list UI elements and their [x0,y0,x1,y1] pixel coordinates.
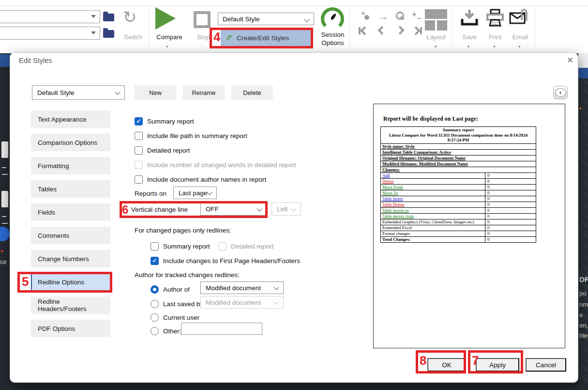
sidebar-item-redline-headers-footers[interactable]: Redline Headers/Footers [31,296,110,314]
chevron-down-icon [291,206,296,211]
last-saved-by-radio[interactable] [151,300,159,308]
document-pane-blue-bar [0,54,10,67]
new-button[interactable]: New [135,85,176,100]
current-user-radio[interactable] [151,313,159,322]
session-options-button[interactable]: Session Options [312,31,353,47]
email-icon[interactable] [509,8,531,28]
sidebar-item-pdf-options[interactable]: PDF Options [31,320,110,337]
annotation-number-5: 5 [22,275,29,288]
include-author-names-row: Include document author names in report [135,174,266,185]
switch-button[interactable]: Switch [118,33,149,41]
background-text-fragment: nm [579,301,588,308]
page-thumbnail [1,191,8,207]
detailed-report-checkbox[interactable] [135,146,143,155]
collapse-preview-button[interactable]: ‹ [553,86,568,99]
preview-header-line: Summary report [382,127,535,133]
preview-info-row: Original filename: Original Document Nam… [381,156,536,161]
cp-first-page-label: Include changes to First Page Headers/Fo… [163,257,300,265]
cp-first-page-checkbox[interactable]: ✓ [151,257,159,265]
save-caret-icon[interactable]: ▾ [467,44,470,49]
cancel-button[interactable]: Cancel [526,358,566,372]
detailed-report-label: Detailed report [147,147,190,154]
style-select-combo[interactable]: Default Style [218,13,314,25]
delete-button[interactable]: Delete [231,85,273,100]
reports-on-combo[interactable]: Last page [173,187,217,199]
vertical-change-line-side-value: Left [277,205,288,213]
sidebar-item-tables[interactable]: Tables [31,180,110,198]
style-select-value: Default Style [223,16,260,23]
dialog-style-combo[interactable]: Default Style [32,85,125,100]
edit-styles-dialog: Edit Styles ✕ Default Style New Rename D… [10,52,578,383]
switch-icon[interactable]: ↻ [123,9,137,25]
author-of-combo[interactable]: Modified document [200,281,284,294]
compare-caret-icon[interactable]: ▾ [166,44,168,49]
sidebar-item-fields[interactable]: Fields [31,203,110,221]
include-author-names-checkbox[interactable] [135,175,143,184]
reports-on-value: Last page [179,189,207,197]
cp-first-page-row: ✓ Include changes to First Page Headers/… [151,255,300,266]
summary-report-row: ✓ Summary report [135,116,194,126]
email-caret-icon[interactable]: ▾ [518,44,521,49]
original-document-combo[interactable] [0,10,100,23]
include-changed-words-checkbox [135,161,143,169]
toolbar-separator [452,7,452,50]
window-edge [578,53,588,68]
cp-detailed-checkbox [218,242,226,250]
sidebar-item-label: Comparison Options [38,139,97,146]
preview-header-line: 8:37:24 PM [382,138,535,143]
other-radio[interactable] [151,327,159,335]
summary-report-checkbox[interactable]: ✓ [135,117,143,125]
current-user-row: Current user [151,312,199,323]
preview-header-line: Litera Compare for Word 11.911 Document … [382,133,535,138]
other-label: Other: [163,328,181,335]
check-icon: ✓ [136,118,141,125]
cp-summary-checkbox[interactable] [151,242,159,250]
last-change-icon [413,27,422,34]
changes-dots-icon [361,12,369,20]
save-icon[interactable] [460,8,479,28]
compare-icon[interactable] [155,7,176,30]
toolbar-separator [349,7,350,50]
changed-pages-heading: For changed pages only redlines: [135,227,231,234]
sidebar-item-label: PDF Options [38,325,75,332]
preview-change-row: Move From0 [381,185,536,190]
annotation-number-4: 4 [213,31,220,43]
sidebar-item-label: Formatting [38,162,69,170]
sidebar-item-formatting[interactable]: Formatting [31,157,110,174]
document-pane-blue-bar [578,68,588,78]
preview-change-row: Embedded Excel0 [381,225,536,231]
print-button[interactable]: Print [484,33,506,41]
author-heading: Author for tracked changes redlines: [135,271,240,279]
session-options-gauge-icon[interactable] [321,7,344,31]
include-changed-words-row: Include number of changed words in detai… [135,159,296,170]
other-author-input[interactable] [181,323,262,335]
close-icon[interactable]: ✕ [565,55,575,66]
preview-info-row: Intelligent Table Comparison: Active [381,150,536,156]
preview-change-row: Format changes0 [381,231,536,237]
browse-original-folder-icon[interactable] [103,14,114,21]
author-of-radio[interactable] [151,285,159,294]
rename-button[interactable]: Rename [183,85,225,100]
background-text-fragment: po [579,290,586,297]
background-text-fragment: en, [579,322,588,329]
print-icon[interactable] [485,8,505,28]
save-button[interactable]: Save [459,33,480,41]
sidebar-item-comparison-options[interactable]: Comparison Options [31,134,110,151]
ribbon-divider [0,6,588,6]
screen: { "icons": { "close": "✕", "pencil": "✎"… [0,0,588,390]
sidebar-item-change-numbers[interactable]: Change Numbers [31,250,110,267]
stop-icon [194,11,211,28]
vertical-change-line-side-combo: Left [271,203,301,216]
last-saved-by-value: Modified document [206,299,261,306]
email-button[interactable]: Email [509,33,532,41]
include-file-path-checkbox[interactable] [135,132,143,140]
sidebar-item-text-appearance[interactable]: Text Appearance [31,110,110,128]
preview-info-row: Modified filename: Modified Document Nam… [381,161,536,167]
modified-document-combo[interactable] [0,27,100,40]
sidebar-item-comments[interactable]: Comments [31,227,110,244]
print-caret-icon[interactable]: ▾ [493,44,496,49]
annotation-box-4 [210,28,313,48]
background-text-fragment: e [579,312,583,319]
browse-modified-folder-icon[interactable] [103,30,114,38]
compare-button[interactable]: Compare [148,33,191,41]
